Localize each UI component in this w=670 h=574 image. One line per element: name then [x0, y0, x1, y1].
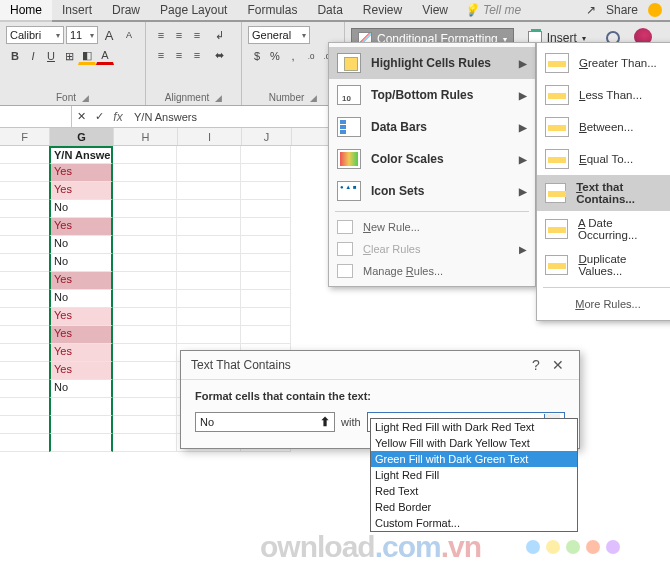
cell[interactable]: [113, 308, 177, 326]
col-header-F[interactable]: F: [0, 128, 50, 145]
align-center-button[interactable]: ≡: [170, 46, 188, 64]
tell-me[interactable]: 💡 Tell me: [458, 0, 527, 20]
cell[interactable]: [0, 380, 50, 398]
submenu-item[interactable]: Duplicate Values...: [537, 247, 670, 283]
cell[interactable]: [241, 164, 291, 182]
submenu-item[interactable]: Text that Contains...: [537, 175, 670, 211]
cell[interactable]: [177, 308, 241, 326]
font-dialog-launcher[interactable]: ◢: [82, 93, 89, 103]
shrink-font-button[interactable]: A: [120, 26, 138, 44]
cell[interactable]: Yes: [49, 164, 113, 182]
cell[interactable]: [0, 218, 50, 236]
enter-edit-icon[interactable]: ✓: [90, 108, 108, 126]
cell[interactable]: [241, 254, 291, 272]
cell[interactable]: [113, 380, 177, 398]
cell[interactable]: [0, 362, 50, 380]
cell[interactable]: [177, 146, 241, 164]
contains-text-input[interactable]: No ⬆: [195, 412, 335, 432]
cf-menu-item[interactable]: New Rule...: [329, 216, 535, 238]
cell[interactable]: [177, 326, 241, 344]
cell[interactable]: [177, 200, 241, 218]
cell[interactable]: [177, 218, 241, 236]
tab-review[interactable]: Review: [353, 0, 412, 20]
cell[interactable]: [113, 254, 177, 272]
cell[interactable]: [113, 164, 177, 182]
border-button[interactable]: ⊞: [60, 47, 78, 65]
formula-value[interactable]: Y/N Answers: [128, 111, 197, 123]
combo-option[interactable]: Green Fill with Dark Green Text: [371, 451, 577, 467]
cell[interactable]: [0, 272, 50, 290]
cell[interactable]: [113, 362, 177, 380]
fx-button[interactable]: fx: [108, 110, 128, 124]
cell[interactable]: No: [49, 200, 113, 218]
cell[interactable]: [0, 254, 50, 272]
align-left-button[interactable]: ≡: [152, 46, 170, 64]
cell[interactable]: [113, 434, 177, 452]
cell[interactable]: [177, 272, 241, 290]
fill-color-button[interactable]: ◧: [78, 47, 96, 65]
cell[interactable]: [113, 146, 177, 164]
underline-button[interactable]: U: [42, 47, 60, 65]
cell[interactable]: [241, 218, 291, 236]
tab-data[interactable]: Data: [307, 0, 352, 20]
cell[interactable]: [49, 434, 113, 452]
cell[interactable]: Yes: [49, 326, 113, 344]
submenu-item[interactable]: Equal To...: [537, 143, 670, 175]
merge-button[interactable]: ⬌: [210, 46, 228, 64]
font-size-combo[interactable]: 11▾: [66, 26, 98, 44]
italic-button[interactable]: I: [24, 47, 42, 65]
cell[interactable]: Yes: [49, 344, 113, 362]
cell[interactable]: [177, 236, 241, 254]
cell[interactable]: No: [49, 254, 113, 272]
tab-draw[interactable]: Draw: [102, 0, 150, 20]
increase-decimal-button[interactable]: .0: [302, 47, 320, 65]
submenu-item[interactable]: Greater Than...: [537, 47, 670, 79]
percent-button[interactable]: %: [266, 47, 284, 65]
combo-option[interactable]: Red Border: [371, 499, 577, 515]
cell[interactable]: [241, 290, 291, 308]
cf-menu-item[interactable]: Top/Bottom Rules▶: [329, 79, 535, 111]
submenu-item[interactable]: Between...: [537, 111, 670, 143]
combo-option[interactable]: Yellow Fill with Dark Yellow Text: [371, 435, 577, 451]
combo-option[interactable]: Light Red Fill: [371, 467, 577, 483]
number-format-combo[interactable]: General▾: [248, 26, 310, 44]
cell[interactable]: [241, 236, 291, 254]
cell[interactable]: No: [49, 290, 113, 308]
align-top-button[interactable]: ≡: [152, 26, 170, 44]
combo-option[interactable]: Red Text: [371, 483, 577, 499]
tab-view[interactable]: View: [412, 0, 458, 20]
tab-insert[interactable]: Insert: [52, 0, 102, 20]
submenu-item[interactable]: Less Than...: [537, 79, 670, 111]
comma-button[interactable]: ,: [284, 47, 302, 65]
cell[interactable]: [113, 398, 177, 416]
align-right-button[interactable]: ≡: [188, 46, 206, 64]
cell[interactable]: [0, 290, 50, 308]
cell[interactable]: [241, 146, 291, 164]
cell[interactable]: [241, 200, 291, 218]
cf-menu-item[interactable]: Highlight Cells Rules▶: [329, 47, 535, 79]
dialog-close-button[interactable]: ✕: [547, 357, 569, 373]
cf-menu-item[interactable]: Color Scales▶: [329, 143, 535, 175]
cell[interactable]: [0, 236, 50, 254]
font-name-combo[interactable]: Calibri▾: [6, 26, 64, 44]
more-rules-item[interactable]: More Rules...: [537, 292, 670, 316]
share-button[interactable]: Share: [606, 3, 638, 17]
combo-option[interactable]: Light Red Fill with Dark Red Text: [371, 419, 577, 435]
name-box[interactable]: [0, 106, 72, 127]
cell[interactable]: [113, 182, 177, 200]
currency-button[interactable]: $: [248, 47, 266, 65]
cell[interactable]: [241, 182, 291, 200]
tab-page-layout[interactable]: Page Layout: [150, 0, 237, 20]
cell[interactable]: [113, 200, 177, 218]
cell[interactable]: [0, 344, 50, 362]
cell[interactable]: [0, 146, 50, 164]
cell[interactable]: [241, 308, 291, 326]
cell[interactable]: Yes: [49, 272, 113, 290]
cell[interactable]: [0, 182, 50, 200]
cell[interactable]: [177, 164, 241, 182]
cell[interactable]: [0, 326, 50, 344]
cell[interactable]: [0, 200, 50, 218]
feedback-smiley-icon[interactable]: [648, 3, 662, 17]
cell[interactable]: [177, 254, 241, 272]
cell[interactable]: [113, 218, 177, 236]
